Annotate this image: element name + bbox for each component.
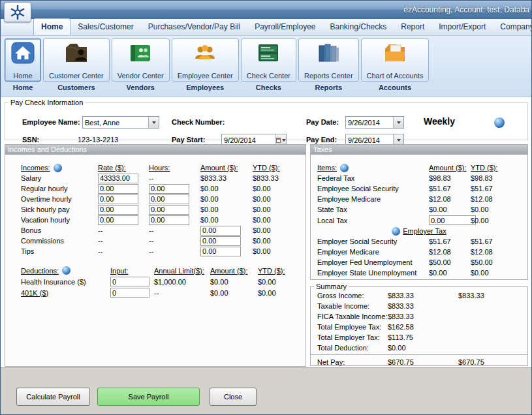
home-button[interactable]: Home xyxy=(5,38,41,82)
chart-of-accounts-icon xyxy=(383,41,407,65)
regular-hourly-ytd: $0.00 xyxy=(253,185,305,192)
state-tax-ytd: $0.00 xyxy=(471,206,527,213)
amount-column-header: Amount ($): xyxy=(210,267,258,275)
accounts-caption[interactable]: Accounts xyxy=(379,84,411,91)
summary-group: Summary Gross Income: $833.33 $833.33 Ta… xyxy=(310,283,528,366)
amount-column-header: Amount ($): xyxy=(200,164,253,172)
deduction-label: Health Insurance ($) xyxy=(21,278,110,286)
footer-bar: Calculate Payroll Save Payroll Close xyxy=(1,367,531,415)
summary-label: Taxable Income: xyxy=(317,302,388,310)
tab-home[interactable]: Home xyxy=(33,18,70,35)
chevron-down-icon[interactable] xyxy=(393,117,403,128)
employer-tax-header-row: Employer Tax xyxy=(311,226,527,236)
income-row-regular-hourly: Regular hourly $0.00 $0.00 xyxy=(5,183,305,194)
regular-hourly-hours-input[interactable] xyxy=(149,184,189,194)
employee-name-label: Employee Name: xyxy=(22,118,80,126)
tab-purchases-vendor-pay-bill[interactable]: Purchases/Vendor/Pay Bill xyxy=(141,19,247,35)
close-button[interactable]: Close xyxy=(210,388,257,406)
pay-end-value: 9/26/2014 xyxy=(346,136,393,144)
chevron-down-icon[interactable] xyxy=(148,117,159,128)
tax-label: Employee Social Security xyxy=(317,185,429,192)
reports-caption[interactable]: Reports xyxy=(315,84,342,91)
tab-report[interactable]: Report xyxy=(394,19,431,35)
employee-medicare-ytd: $12.08 xyxy=(471,195,527,203)
deduction-label: 401K ($) xyxy=(21,289,110,297)
gross-income-value: $833.33 xyxy=(388,292,458,300)
summary-title: Summary xyxy=(314,283,349,290)
help-globe-icon[interactable] xyxy=(62,266,70,275)
reports-center-button[interactable]: Reports Center xyxy=(298,38,359,82)
reports-center-icon xyxy=(316,41,341,65)
summary-label: Total Employer Tax: xyxy=(317,333,388,341)
tips-amount-input[interactable] xyxy=(200,247,241,256)
employee-center-label: Employee Center xyxy=(178,72,233,80)
sick-hourly-rate-input[interactable] xyxy=(98,205,138,215)
employer-tax-header: Employer Tax xyxy=(403,227,446,235)
customers-caption[interactable]: Customers xyxy=(57,84,95,91)
check-number-input[interactable] xyxy=(226,116,288,128)
local-tax-input[interactable] xyxy=(429,215,476,225)
tax-row-employer-medicare: Employer Medicare $12.08 $12.08 xyxy=(311,247,527,257)
income-row-overtime-hourly: Overtime hourly $0.00 $0.00 xyxy=(5,194,305,204)
summary-row-gross-income: Gross Income: $833.33 $833.33 xyxy=(311,290,527,301)
help-globe-icon[interactable] xyxy=(494,117,505,128)
income-label: Salary xyxy=(21,174,98,182)
401k-amount: $0.00 xyxy=(210,289,258,297)
save-payroll-button[interactable]: Save Payroll xyxy=(97,388,200,406)
bonus-amount-input[interactable] xyxy=(200,226,241,236)
tab-import-export[interactable]: Import/Export xyxy=(431,19,493,35)
overtime-hourly-hours-input[interactable] xyxy=(149,194,189,204)
tax-label: Employer Social Security xyxy=(317,238,429,245)
tax-label: Local Tax xyxy=(317,217,429,224)
amount-column-header: Amount ($): xyxy=(429,164,471,172)
home-caption[interactable]: Home xyxy=(13,84,33,91)
tab-banking-checks[interactable]: Banking/Checks xyxy=(323,19,394,35)
employer-futa-ytd: $50.00 xyxy=(471,258,527,266)
deductions-label: Deductions: xyxy=(21,267,59,275)
vacation-hourly-hours-input[interactable] xyxy=(149,215,189,225)
chart-of-accounts-label: Chart of Accounts xyxy=(367,72,424,80)
vendor-center-button[interactable]: Vendor Center xyxy=(112,38,170,82)
app-logo-icon[interactable] xyxy=(4,2,31,22)
help-globe-icon[interactable] xyxy=(54,164,62,172)
employees-caption[interactable]: Employees xyxy=(186,84,224,91)
bonus-hours: -- xyxy=(149,226,200,234)
income-label: Overtime hourly xyxy=(21,195,98,203)
pay-date-value: 9/26/2014 xyxy=(346,119,393,127)
toolbar-item-home: Home Home xyxy=(5,38,41,91)
check-center-button[interactable]: Check Center xyxy=(241,38,296,82)
customer-center-button[interactable]: Customer Center xyxy=(43,38,110,82)
calculate-payroll-button[interactable]: Calculate Payroll xyxy=(16,388,90,406)
employer-medicare-ytd: $12.08 xyxy=(471,248,527,256)
customer-center-label: Customer Center xyxy=(49,72,104,80)
checks-caption[interactable]: Checks xyxy=(256,84,281,91)
vendors-caption[interactable]: Vendors xyxy=(127,84,155,91)
snowflake-logo-icon xyxy=(9,5,26,20)
401k-input[interactable] xyxy=(110,288,149,298)
pay-date-select[interactable]: 9/26/2014 xyxy=(345,116,404,129)
income-row-vacation-hourly: Vacation hourly $0.00 $0.00 xyxy=(5,215,305,225)
employee-name-select[interactable]: Best, Anne xyxy=(82,116,159,129)
regular-hourly-rate-input[interactable] xyxy=(98,184,138,194)
toolbar-item-chart-of-accounts: Chart of Accounts Accounts xyxy=(361,38,430,91)
app-window: ezAccounting, Account: test, Databa Home… xyxy=(0,0,532,415)
tab-company[interactable]: Company xyxy=(493,19,532,35)
income-label: Tips xyxy=(21,247,98,255)
vacation-hourly-rate-input[interactable] xyxy=(98,215,138,225)
health-insurance-input[interactable] xyxy=(110,277,149,286)
help-globe-icon[interactable] xyxy=(392,227,400,236)
help-globe-icon[interactable] xyxy=(340,164,349,172)
overtime-hourly-rate-input[interactable] xyxy=(98,194,138,204)
tax-row-federal: Federal Tax $98.83 $98.83 xyxy=(311,173,527,183)
employee-center-button[interactable]: Employee Center xyxy=(172,38,239,82)
tax-label: Employer State Unemployment xyxy=(317,269,429,277)
salary-rate-input[interactable] xyxy=(98,174,138,183)
chart-of-accounts-button[interactable]: Chart of Accounts xyxy=(361,38,430,82)
sick-hourly-hours-input[interactable] xyxy=(149,205,189,215)
tab-payroll-employee[interactable]: Payroll/Employee xyxy=(247,19,322,35)
titlebar: ezAccounting, Account: test, Databa xyxy=(1,1,531,19)
incomes-deductions-header: Incomes and Deductions xyxy=(5,145,305,155)
commissions-amount-input[interactable] xyxy=(200,236,241,246)
menu-tabbar: Home Sales/Customer Purchases/Vendor/Pay… xyxy=(1,19,531,36)
tab-sales-customer[interactable]: Sales/Customer xyxy=(70,19,140,35)
